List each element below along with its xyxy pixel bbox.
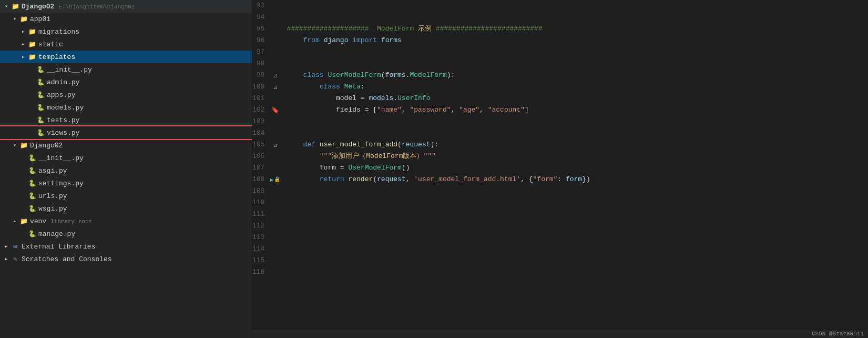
gutter-col: ⊿ ⊿ 🔖 ⊿ ▶🔒 — [269, 0, 281, 329]
sidebar-item-static[interactable]: 📁 static — [0, 38, 252, 51]
sidebar-item-django02-sub[interactable]: 📁 Django02 — [0, 139, 252, 152]
sidebar-item-apps[interactable]: 🐍 apps.py — [0, 88, 252, 101]
label-django02-root: Django02 E:\Djangoitem\Django02 — [22, 3, 135, 11]
code-line-105: def user_model_form_add(request): — [287, 139, 868, 151]
sidebar[interactable]: 📁 Django02 E:\Djangoitem\Django02 📁 app0… — [0, 0, 252, 338]
gutter-105: ⊿ — [273, 139, 278, 151]
folder-icon-app01: 📁 — [19, 15, 28, 23]
py-icon-settings: 🐍 — [27, 179, 37, 187]
code-line-93 — [287, 0, 868, 12]
label-apps: apps.py — [47, 91, 76, 99]
sidebar-item-init-django02[interactable]: 🐍 __init__.py — [0, 152, 252, 164]
sidebar-item-admin[interactable]: 🐍 admin.py — [0, 76, 252, 88]
code-line-98 — [287, 58, 868, 69]
code-line-95: #################### ModelForm 示例 ######… — [287, 23, 868, 35]
py-icon-manage: 🐍 — [27, 230, 37, 238]
label-external-libs: External Libraries — [22, 243, 95, 251]
label-tests: tests.py — [47, 116, 79, 124]
arrow-templates — [19, 53, 27, 61]
sidebar-item-migrations[interactable]: 📁 migrations — [0, 25, 252, 38]
label-app01: app01 — [30, 15, 50, 23]
sidebar-item-views[interactable]: 🐍 views.py — [0, 126, 252, 139]
label-django02-sub: Django02 — [30, 142, 63, 150]
arrow-empty-tests — [27, 116, 36, 124]
label-init-django02: __init__.py — [38, 154, 84, 162]
code-scroll[interactable]: 93 94 95 96 97 98 99 100 101 102 103 104… — [252, 0, 868, 329]
arrow-scratches — [2, 255, 11, 263]
folder-icon-static: 📁 — [27, 40, 37, 48]
py-icon-init-django02: 🐍 — [27, 154, 37, 162]
line-numbers: 93 94 95 96 97 98 99 100 101 102 103 104… — [252, 0, 269, 329]
label-settings: settings.py — [38, 180, 84, 187]
scratch-icon: ✎ — [11, 255, 20, 263]
label-init-app01: __init__.py — [47, 66, 92, 74]
sidebar-item-asgi[interactable]: 🐍 asgi.py — [0, 164, 252, 177]
sidebar-item-wsgi[interactable]: 🐍 wsgi.py — [0, 202, 252, 215]
code-line-94 — [287, 12, 868, 23]
arrow-django02-sub — [11, 141, 19, 150]
sidebar-item-settings[interactable]: 🐍 settings.py — [0, 177, 252, 190]
label-scratches: Scratches and Consoles — [22, 255, 112, 263]
label-static: static — [38, 41, 63, 48]
code-line-103 — [287, 116, 868, 127]
arrow-empty-asgi — [19, 166, 27, 175]
arrow-empty-manage — [19, 230, 27, 238]
code-line-97 — [287, 46, 868, 58]
sidebar-item-external-libs[interactable]: ⊞ External Libraries — [0, 240, 252, 253]
arrow-django02-root — [2, 2, 11, 11]
gutter-99: ⊿ — [273, 69, 278, 81]
label-asgi: asgi.py — [38, 167, 67, 175]
arrow-ext-libs — [2, 242, 11, 251]
py-icon-wsgi: 🐍 — [27, 204, 37, 213]
arrow-empty-wsgi — [19, 204, 27, 213]
code-line-106: """添加用户（ModelForm版本）""" — [287, 151, 868, 162]
code-line-112 — [287, 220, 868, 232]
label-models: models.py — [47, 104, 84, 112]
gutter-102: 🔖 — [271, 104, 279, 116]
code-line-96: from django import forms — [287, 35, 868, 46]
code-line-104 — [287, 127, 868, 139]
sidebar-item-templates[interactable]: 📁 templates — [0, 51, 252, 63]
sidebar-item-venv[interactable]: 📁 venv library root — [0, 215, 252, 227]
gutter-108: ▶🔒 — [270, 174, 281, 185]
sidebar-item-manage[interactable]: 🐍 manage.py — [0, 227, 252, 240]
code-content[interactable]: #################### ModelForm 示例 ######… — [281, 0, 868, 329]
credit-text: CSDN @Stara0511 — [812, 331, 864, 337]
code-line-101: model = models.UserInfo — [287, 93, 868, 104]
arrow-empty-settings — [19, 179, 27, 187]
py-icon-init-app01: 🐍 — [36, 65, 45, 74]
code-area: 93 94 95 96 97 98 99 100 101 102 103 104… — [252, 0, 868, 338]
sidebar-item-urls[interactable]: 🐍 urls.py — [0, 190, 252, 202]
py-icon-admin: 🐍 — [36, 78, 45, 86]
code-line-114 — [287, 243, 868, 255]
arrow-empty — [27, 65, 36, 74]
folder-icon-django02: 📁 — [11, 2, 20, 11]
py-icon-apps: 🐍 — [36, 91, 45, 99]
sidebar-item-models[interactable]: 🐍 models.py — [0, 101, 252, 114]
code-line-99: class UserModelForm(forms.ModelForm): — [287, 69, 868, 81]
ext-lib-icon: ⊞ — [11, 242, 20, 251]
arrow-static — [19, 40, 27, 48]
folder-icon-migrations: 📁 — [27, 27, 37, 36]
code-line-100: class Meta: — [287, 81, 868, 93]
sidebar-item-app01[interactable]: 📁 app01 — [0, 13, 252, 25]
gutter-100: ⊿ — [273, 81, 278, 93]
sidebar-item-django02-root[interactable]: 📁 Django02 E:\Djangoitem\Django02 — [0, 0, 252, 13]
sidebar-item-init-app01[interactable]: 🐍 __init__.py — [0, 63, 252, 76]
arrow-empty-urls — [19, 192, 27, 200]
arrow-migrations — [19, 27, 27, 36]
folder-icon-django02-sub: 📁 — [19, 141, 28, 150]
code-line-116 — [287, 266, 868, 278]
folder-icon-venv: 📁 — [19, 217, 28, 225]
label-venv: venv library root — [30, 217, 92, 225]
py-icon-urls: 🐍 — [27, 192, 37, 200]
sidebar-item-scratches[interactable]: ✎ Scratches and Consoles — [0, 253, 252, 265]
arrow-empty-views — [27, 128, 36, 137]
code-lines: #################### ModelForm 示例 ######… — [287, 0, 868, 278]
code-line-109 — [287, 185, 868, 197]
code-line-107: form = UserModelForm() — [287, 162, 868, 174]
sidebar-item-tests[interactable]: 🐍 tests.py — [0, 114, 252, 126]
code-line-113 — [287, 232, 868, 243]
arrow-venv — [11, 217, 19, 225]
folder-icon-templates: 📁 — [27, 53, 37, 61]
